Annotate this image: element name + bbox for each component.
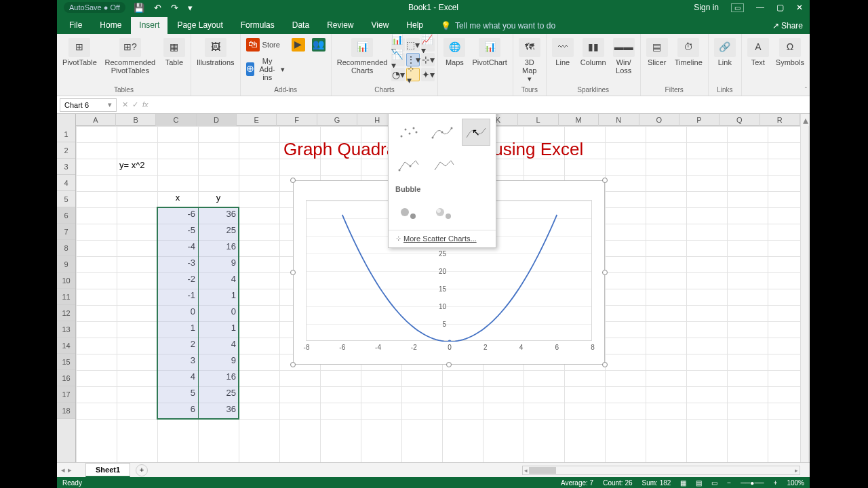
share-button[interactable]: ↗ Share bbox=[772, 21, 810, 34]
tab-home[interactable]: Home bbox=[92, 17, 130, 34]
row-header[interactable]: 9 bbox=[57, 256, 75, 272]
close-icon[interactable]: ✕ bbox=[796, 3, 803, 12]
select-all-corner[interactable] bbox=[57, 114, 76, 126]
scatter-option-markers[interactable] bbox=[394, 119, 422, 146]
row-header[interactable]: 11 bbox=[57, 289, 75, 305]
col-header[interactable]: B bbox=[116, 114, 156, 126]
ribbon-options-icon[interactable]: ▭ bbox=[731, 3, 744, 12]
sheet-tab-1[interactable]: Sheet1 bbox=[85, 463, 130, 477]
row-header[interactable]: 15 bbox=[57, 354, 75, 370]
zoom-out-icon[interactable]: − bbox=[727, 479, 731, 487]
bubble-option-2d[interactable] bbox=[394, 200, 424, 227]
worksheet-grid[interactable]: ▴ ABCDEFGHIJKLMNOPQR 1234567891011121314… bbox=[57, 114, 810, 462]
horizontal-scrollbar[interactable]: ◂▸ bbox=[522, 466, 800, 475]
bubble-option-3d[interactable] bbox=[429, 200, 459, 227]
pivotchart-button[interactable]: 📊PivotChart bbox=[469, 37, 509, 68]
row-header[interactable]: 1 bbox=[57, 126, 75, 142]
row-header[interactable]: 5 bbox=[57, 191, 75, 207]
hierarchy-chart-icon[interactable]: ⬚▾ bbox=[406, 38, 420, 52]
row-header[interactable]: 3 bbox=[57, 159, 75, 175]
formula-input[interactable] bbox=[154, 100, 810, 110]
cell[interactable]: y bbox=[198, 191, 239, 207]
minimize-icon[interactable]: — bbox=[756, 3, 764, 12]
chart-resize-handle[interactable] bbox=[290, 362, 296, 367]
col-header[interactable]: C bbox=[156, 114, 196, 126]
maps-button[interactable]: 🌐Maps bbox=[441, 37, 468, 68]
collapse-ribbon-icon[interactable]: ˆ bbox=[805, 87, 807, 94]
3d-map-button[interactable]: 🗺3D Map ▾ bbox=[516, 37, 543, 84]
pivottable-button[interactable]: ⊞PivotTable bbox=[60, 37, 100, 68]
sparkline-column-button[interactable]: ▮▮Column bbox=[578, 37, 609, 68]
row-header[interactable]: 16 bbox=[57, 370, 75, 386]
tab-insert[interactable]: Insert bbox=[131, 17, 167, 34]
surface-chart-icon[interactable]: ✦▾ bbox=[421, 68, 435, 81]
cancel-formula-icon[interactable]: ✕ bbox=[122, 100, 128, 109]
tab-page-layout[interactable]: Page Layout bbox=[169, 17, 231, 34]
col-header[interactable]: M bbox=[559, 114, 599, 126]
col-header[interactable]: E bbox=[237, 114, 277, 126]
bing-maps-addin[interactable]: ▶ bbox=[289, 37, 308, 53]
scatter-option-straight-markers[interactable] bbox=[394, 151, 424, 178]
undo-icon[interactable]: ↶ bbox=[154, 3, 161, 13]
chart-resize-handle[interactable] bbox=[446, 362, 452, 367]
col-header[interactable]: A bbox=[76, 114, 116, 126]
slicer-button[interactable]: ▤Slicer bbox=[644, 37, 671, 68]
save-icon[interactable]: 💾 bbox=[134, 3, 144, 13]
scatter-option-smooth-lines[interactable]: ↖ bbox=[462, 119, 490, 146]
tab-review[interactable]: Review bbox=[319, 17, 361, 34]
zoom-level[interactable]: 100% bbox=[787, 479, 804, 487]
recommended-pivottables-button[interactable]: ⊞?Recommended PivotTables bbox=[101, 37, 159, 76]
row-header[interactable]: 8 bbox=[57, 240, 75, 256]
autosave-toggle[interactable]: AutoSave ● Off bbox=[64, 2, 125, 13]
chart-resize-handle[interactable] bbox=[290, 270, 296, 275]
qat-customize-icon[interactable]: ▾ bbox=[188, 3, 193, 13]
row-header[interactable]: 4 bbox=[57, 175, 75, 191]
pie-chart-icon[interactable]: ◔▾ bbox=[391, 68, 405, 81]
row-header[interactable]: 2 bbox=[57, 142, 75, 159]
waterfall-chart-icon[interactable]: 📈▾ bbox=[421, 38, 435, 52]
table-button[interactable]: ▦Table bbox=[161, 37, 188, 68]
maximize-icon[interactable]: ▢ bbox=[776, 3, 784, 12]
row-header[interactable]: 6 bbox=[57, 207, 75, 224]
row-header[interactable]: 13 bbox=[57, 321, 75, 338]
tab-help[interactable]: Help bbox=[398, 17, 431, 34]
view-layout-icon[interactable]: ▤ bbox=[696, 479, 702, 487]
tell-me-search[interactable]: 💡 Tell me what you want to do bbox=[441, 21, 555, 34]
tab-data[interactable]: Data bbox=[284, 17, 317, 34]
combo-chart-icon[interactable]: ⊹▾ bbox=[421, 53, 435, 66]
link-button[interactable]: 🔗Link bbox=[711, 37, 738, 68]
row-header[interactable]: 17 bbox=[57, 386, 75, 403]
scatter-option-straight-lines[interactable] bbox=[429, 151, 459, 178]
fx-icon[interactable]: fx bbox=[142, 100, 149, 109]
col-header[interactable]: Q bbox=[719, 114, 760, 126]
chart-resize-handle[interactable] bbox=[602, 270, 608, 275]
scatter-option-smooth-markers[interactable] bbox=[428, 119, 456, 146]
chart-resize-handle[interactable] bbox=[602, 362, 608, 367]
sparkline-line-button[interactable]: 〰Line bbox=[549, 37, 576, 68]
col-header[interactable]: N bbox=[599, 114, 639, 126]
row-header[interactable]: 12 bbox=[57, 305, 75, 321]
add-sheet-button[interactable]: + bbox=[136, 464, 148, 476]
name-box[interactable]: Chart 6▾ bbox=[60, 98, 117, 112]
store-button[interactable]: 🛍Store bbox=[246, 38, 280, 52]
chart-resize-handle[interactable] bbox=[602, 178, 608, 183]
col-header[interactable]: F bbox=[277, 114, 317, 126]
col-header[interactable]: O bbox=[639, 114, 679, 126]
chart-resize-handle[interactable] bbox=[290, 178, 296, 183]
row-header[interactable]: 7 bbox=[57, 224, 75, 240]
cell[interactable]: y= x^2 bbox=[117, 159, 157, 175]
symbols-button[interactable]: ΩSymbols bbox=[773, 37, 807, 68]
view-break-icon[interactable]: ▭ bbox=[711, 479, 717, 487]
col-header[interactable]: D bbox=[197, 114, 237, 126]
row-header[interactable]: 18 bbox=[57, 403, 75, 419]
illustrations-button[interactable]: 🖼Illustrations bbox=[194, 37, 237, 68]
col-header[interactable]: R bbox=[760, 114, 800, 126]
text-button[interactable]: AText bbox=[745, 37, 772, 68]
sparkline-winloss-button[interactable]: ▬▬Win/ Loss bbox=[610, 37, 637, 76]
row-header[interactable]: 14 bbox=[57, 338, 75, 354]
tab-view[interactable]: View bbox=[363, 17, 397, 34]
my-addins-button[interactable]: ⊕My Add-ins ▾ bbox=[246, 57, 285, 81]
sheet-nav-prev-icon[interactable]: ◂ bbox=[61, 466, 65, 474]
zoom-in-icon[interactable]: + bbox=[774, 479, 778, 487]
tab-file[interactable]: File bbox=[61, 17, 90, 34]
